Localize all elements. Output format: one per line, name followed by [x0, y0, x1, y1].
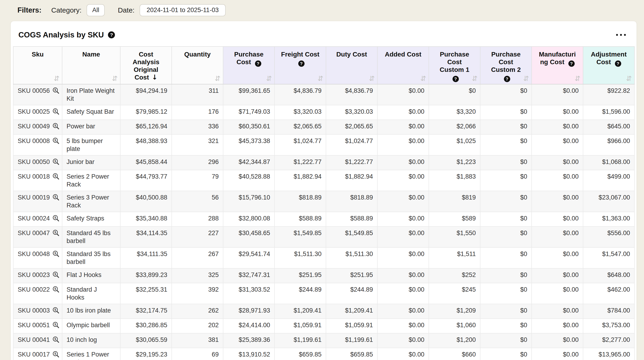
name-cell: Power bar: [62, 120, 120, 134]
sort-toggle-icon-sku[interactable]: ⇵: [54, 75, 60, 82]
manufacturing_cost-cell: $0.00: [532, 304, 583, 319]
sku-lookup-icon[interactable]: $: [52, 173, 60, 182]
adjustment_cost-cell: $13,965.00: [583, 348, 634, 360]
sku-lookup-icon[interactable]: $: [52, 336, 60, 345]
help-icon-purchase_cost_custom_2[interactable]: ?: [504, 76, 510, 82]
sku-value: SKU 00008: [18, 137, 50, 144]
table-row: SKU 00048$Standard 35 lbs barbell$34,111…: [13, 247, 634, 268]
sort-toggle-icon-adjustment_cost[interactable]: ⇵: [626, 75, 632, 82]
sku-lookup-icon[interactable]: $: [52, 321, 60, 331]
column-header-duty_cost[interactable]: Duty Cost⇵: [326, 46, 377, 84]
card-title-help-icon[interactable]: ?: [108, 31, 115, 38]
sku-lookup-icon[interactable]: $: [52, 87, 60, 96]
sort-toggle-icon-added_cost[interactable]: ⇵: [420, 75, 426, 82]
sort-toggle-icon-manufacturing_cost[interactable]: ⇵: [575, 75, 580, 82]
table-row: SKU 00008$5 lbs bumper plate$48,388.9332…: [13, 134, 634, 155]
sku-lookup-icon[interactable]: $: [52, 122, 60, 132]
help-icon-freight_cost[interactable]: ?: [298, 60, 304, 67]
sort-toggle-icon-name[interactable]: ⇵: [112, 75, 118, 82]
cost_analysis_original_cost-cell: $35,340.88: [120, 212, 172, 227]
sku-lookup-icon[interactable]: $: [52, 193, 60, 203]
duty_cost-cell: $4,836.79: [326, 84, 377, 105]
quantity-cell: 262: [172, 304, 223, 319]
sku-value: SKU 00018: [18, 173, 50, 180]
svg-text:$: $: [54, 352, 56, 355]
help-icon-manufacturing_cost[interactable]: ?: [568, 60, 575, 67]
help-icon-purchase_cost_custom_1[interactable]: ?: [452, 76, 459, 82]
help-icon-adjustment_cost[interactable]: ?: [615, 60, 621, 67]
column-header-name[interactable]: Name⇵: [62, 46, 120, 84]
column-header-purchase_cost_custom_1[interactable]: PurchaseCostCustom 1?⇵: [429, 46, 480, 84]
column-header-manufacturing_cost[interactable]: Manufacturing Cost ?⇵: [532, 46, 583, 84]
freight_cost-cell: $1,511.30: [274, 247, 326, 268]
sort-toggle-icon-purchase_cost_custom_2[interactable]: ⇵: [523, 75, 529, 82]
sort-toggle-icon-purchase_cost_custom_1[interactable]: ⇵: [472, 75, 478, 82]
column-header-cost_analysis_original_cost[interactable]: CostAnalysisOriginalCost↓: [120, 46, 172, 84]
added_cost-cell: $0.00: [377, 348, 429, 360]
sort-toggle-icon-duty_cost[interactable]: ⇵: [369, 75, 375, 82]
more-options-button[interactable]: [615, 32, 627, 38]
date-label: Date:: [118, 6, 134, 14]
table-row: SKU 00018$Series 2 Power Rack$44,793.777…: [13, 170, 634, 191]
column-header-added_cost[interactable]: Added Cost⇵: [377, 46, 429, 84]
sku-lookup-icon[interactable]: $: [52, 271, 60, 281]
sku-lookup-icon[interactable]: $: [52, 137, 60, 146]
purchase_cost_custom_2-cell: $0: [480, 247, 532, 268]
sort-toggle-icon-quantity[interactable]: ⇵: [215, 75, 220, 82]
sku-value: SKU 00019: [18, 194, 50, 201]
column-header-purchase_cost_custom_2[interactable]: PurchaseCostCustom 2?⇵: [480, 46, 532, 84]
sort-toggle-icon-purchase_cost[interactable]: ⇵: [266, 75, 272, 82]
sku-lookup-icon[interactable]: $: [52, 158, 60, 167]
name-cell: Junior bar: [62, 155, 120, 170]
quantity-cell: 227: [172, 227, 223, 247]
column-header-freight_cost[interactable]: Freight Cost?⇵: [274, 46, 326, 84]
page: Filters: Category: All Date: 2024-11-01 …: [0, 0, 644, 360]
sku-value: SKU 00022: [18, 286, 50, 293]
freight_cost-cell: $1,199.61: [274, 333, 326, 348]
purchase_cost_custom_1-cell: $1,060: [429, 319, 480, 333]
quantity-cell: 325: [172, 268, 223, 283]
adjustment_cost-cell: $2,277.00: [583, 333, 634, 348]
manufacturing_cost-cell: $0.00: [532, 333, 583, 348]
cost_analysis_original_cost-cell: $34,111.35: [120, 247, 172, 268]
added_cost-cell: $0.00: [377, 304, 429, 319]
column-header-quantity[interactable]: Quantity⇵: [172, 46, 223, 84]
sku-lookup-icon[interactable]: $: [52, 108, 60, 117]
duty_cost-cell: $2,065.65: [326, 120, 377, 134]
manufacturing_cost-cell: $0.00: [532, 134, 583, 155]
sku-lookup-icon[interactable]: $: [52, 286, 60, 295]
column-header-adjustment_cost[interactable]: AdjustmentCost ?⇵: [583, 46, 634, 84]
sku-lookup-icon[interactable]: $: [52, 307, 60, 316]
column-header-sku[interactable]: Sku⇵: [13, 46, 62, 84]
purchase_cost_custom_2-cell: $0: [480, 212, 532, 227]
purchase_cost_custom_2-cell: $0: [480, 170, 532, 191]
svg-text:$: $: [54, 138, 56, 142]
sku-lookup-icon[interactable]: $: [52, 351, 60, 360]
sort-toggle-icon-freight_cost[interactable]: ⇵: [318, 75, 324, 82]
duty_cost-cell: $1,549.85: [326, 227, 377, 247]
svg-text:$: $: [54, 231, 56, 234]
sku-cell: SKU 00025$: [13, 105, 62, 120]
purchase_cost_custom_1-cell: $2,066: [429, 120, 480, 134]
sku-lookup-icon[interactable]: $: [52, 250, 60, 260]
duty_cost-cell: $818.89: [326, 191, 377, 212]
column-header-purchase_cost[interactable]: PurchaseCost ?⇵: [223, 46, 274, 84]
freight_cost-cell: $659.85: [274, 348, 326, 360]
sku-cell: SKU 00024$: [13, 212, 62, 227]
sku-lookup-icon[interactable]: $: [52, 214, 60, 224]
svg-text:$: $: [54, 159, 56, 163]
duty_cost-cell: $1,024.77: [326, 134, 377, 155]
table-row: SKU 00022$Standard J Hooks$32,255.31392$…: [13, 283, 634, 304]
sku-lookup-icon[interactable]: $: [52, 229, 60, 239]
help-icon-purchase_cost[interactable]: ?: [255, 60, 261, 67]
sku-value: SKU 00041: [18, 336, 50, 343]
cost_analysis_original_cost-cell: $32,174.75: [120, 304, 172, 319]
cost_analysis_original_cost-cell: $44,793.77: [120, 170, 172, 191]
manufacturing_cost-cell: $0.00: [532, 191, 583, 212]
cost_analysis_original_cost-cell: $40,500.88: [120, 191, 172, 212]
quantity-cell: 311: [172, 84, 223, 105]
purchase_cost_custom_2-cell: $0: [480, 227, 532, 247]
date-range-button[interactable]: 2024-11-01 to 2025-11-03: [140, 4, 226, 16]
manufacturing_cost-cell: $0.00: [532, 170, 583, 191]
category-filter-button[interactable]: All: [86, 4, 105, 16]
